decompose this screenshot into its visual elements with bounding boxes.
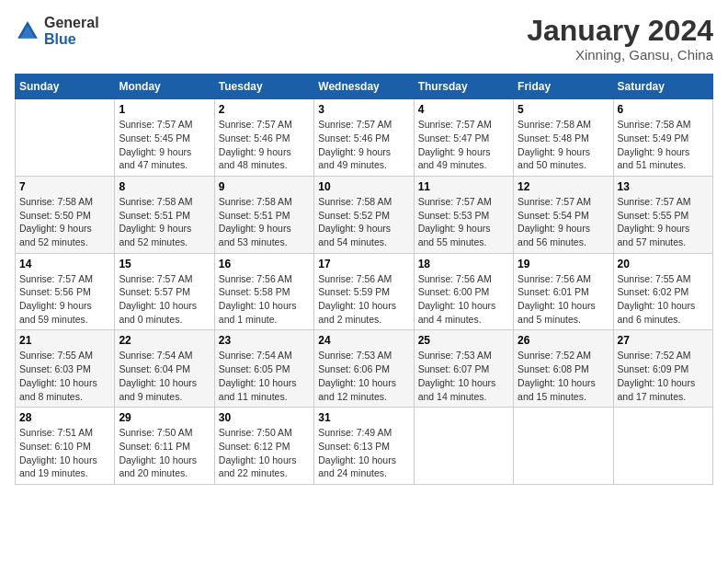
week-row-1: 1Sunrise: 7:57 AMSunset: 5:45 PMDaylight… xyxy=(16,99,713,177)
day-number: 29 xyxy=(119,411,210,424)
calendar-cell: 26Sunrise: 7:52 AMSunset: 6:08 PMDayligh… xyxy=(514,330,613,408)
info-line: Daylight: 9 hours xyxy=(119,223,191,234)
info-line: Daylight: 10 hours xyxy=(19,454,97,465)
info-line: and 53 minutes. xyxy=(219,236,288,247)
calendar-cell: 28Sunrise: 7:51 AMSunset: 6:10 PMDayligh… xyxy=(16,408,115,485)
calendar-cell: 10Sunrise: 7:58 AMSunset: 5:52 PMDayligh… xyxy=(314,176,414,253)
info-line: Sunrise: 7:58 AM xyxy=(518,119,591,130)
info-line: Daylight: 10 hours xyxy=(318,454,396,465)
info-line: Sunrise: 7:58 AM xyxy=(618,119,691,130)
info-line: Sunset: 6:00 PM xyxy=(418,286,490,297)
info-line: Sunrise: 7:54 AM xyxy=(119,350,192,361)
info-line: Sunset: 5:51 PM xyxy=(219,210,290,221)
header-sunday: Sunday xyxy=(16,75,115,99)
info-line: and 50 minutes. xyxy=(518,159,586,170)
day-info: Sunrise: 7:57 AMSunset: 5:47 PMDaylight:… xyxy=(418,118,509,172)
info-line: Sunrise: 7:51 AM xyxy=(19,427,93,438)
day-info: Sunrise: 7:57 AMSunset: 5:46 PMDaylight:… xyxy=(318,118,409,172)
info-line: and 6 minutes. xyxy=(618,314,681,325)
day-number: 24 xyxy=(318,334,409,347)
info-line: Sunset: 5:46 PM xyxy=(318,132,390,144)
calendar-cell: 6Sunrise: 7:58 AMSunset: 5:49 PMDaylight… xyxy=(613,99,712,177)
day-number: 30 xyxy=(219,411,310,424)
info-line: Sunset: 6:01 PM xyxy=(518,286,589,297)
calendar-cell: 22Sunrise: 7:54 AMSunset: 6:04 PMDayligh… xyxy=(115,330,214,408)
day-info: Sunrise: 7:56 AMSunset: 5:58 PMDaylight:… xyxy=(219,272,310,327)
calendar-cell: 20Sunrise: 7:55 AMSunset: 6:02 PMDayligh… xyxy=(613,253,712,330)
day-info: Sunrise: 7:56 AMSunset: 6:01 PMDaylight:… xyxy=(518,272,609,327)
day-number: 23 xyxy=(219,334,310,347)
info-line: Daylight: 9 hours xyxy=(219,146,291,157)
day-number: 8 xyxy=(119,180,210,193)
info-line: Sunrise: 7:55 AM xyxy=(618,273,691,284)
day-number: 11 xyxy=(418,180,509,193)
info-line: Daylight: 10 hours xyxy=(119,454,197,465)
info-line: Daylight: 10 hours xyxy=(318,300,396,311)
info-line: and 12 minutes. xyxy=(318,391,387,402)
week-row-2: 7Sunrise: 7:58 AMSunset: 5:50 PMDaylight… xyxy=(16,176,713,253)
calendar-cell: 24Sunrise: 7:53 AMSunset: 6:06 PMDayligh… xyxy=(314,330,414,408)
info-line: Sunset: 5:48 PM xyxy=(518,132,589,144)
info-line: and 2 minutes. xyxy=(318,314,381,325)
info-line: and 54 minutes. xyxy=(318,236,387,247)
info-line: Sunset: 6:08 PM xyxy=(518,363,589,374)
day-number: 19 xyxy=(518,258,609,270)
info-line: Daylight: 10 hours xyxy=(219,377,297,388)
info-line: and 59 minutes. xyxy=(19,314,88,325)
info-line: Daylight: 10 hours xyxy=(418,300,496,311)
info-line: Sunrise: 7:58 AM xyxy=(119,196,192,207)
calendar-cell: 16Sunrise: 7:56 AMSunset: 5:58 PMDayligh… xyxy=(214,253,313,330)
info-line: Sunset: 6:13 PM xyxy=(318,441,390,452)
header-tuesday: Tuesday xyxy=(214,75,313,99)
info-line: and 22 minutes. xyxy=(219,467,288,478)
calendar-cell: 9Sunrise: 7:58 AMSunset: 5:51 PMDaylight… xyxy=(214,176,313,253)
info-line: Daylight: 9 hours xyxy=(318,223,391,234)
info-line: Daylight: 10 hours xyxy=(418,377,496,388)
info-line: and 5 minutes. xyxy=(518,314,581,325)
day-number: 28 xyxy=(19,411,110,424)
info-line: Daylight: 9 hours xyxy=(219,223,291,234)
info-line: Daylight: 10 hours xyxy=(19,377,97,388)
info-line: and 55 minutes. xyxy=(418,236,487,247)
day-info: Sunrise: 7:58 AMSunset: 5:50 PMDaylight:… xyxy=(19,195,110,249)
info-line: Sunset: 6:03 PM xyxy=(19,363,91,374)
info-line: and 51 minutes. xyxy=(618,159,687,170)
day-number: 22 xyxy=(119,334,210,347)
info-line: Daylight: 9 hours xyxy=(119,146,191,157)
info-line: Sunset: 6:09 PM xyxy=(618,363,689,374)
info-line: and 0 minutes. xyxy=(119,314,182,325)
day-number: 31 xyxy=(318,411,409,424)
info-line: Sunrise: 7:50 AM xyxy=(219,427,292,438)
calendar-cell: 4Sunrise: 7:57 AMSunset: 5:47 PMDaylight… xyxy=(414,99,513,177)
calendar-cell: 17Sunrise: 7:56 AMSunset: 5:59 PMDayligh… xyxy=(314,253,414,330)
title-area: January 2024 Xinning, Gansu, China xyxy=(527,15,713,63)
info-line: and 17 minutes. xyxy=(618,391,687,402)
calendar-cell: 30Sunrise: 7:50 AMSunset: 6:12 PMDayligh… xyxy=(214,408,313,485)
info-line: and 8 minutes. xyxy=(19,391,83,402)
calendar-cell: 25Sunrise: 7:53 AMSunset: 6:07 PMDayligh… xyxy=(414,330,513,408)
info-line: and 47 minutes. xyxy=(119,159,188,170)
info-line: Sunset: 5:58 PM xyxy=(219,286,290,297)
day-info: Sunrise: 7:57 AMSunset: 5:53 PMDaylight:… xyxy=(418,195,509,249)
day-number: 14 xyxy=(19,258,110,270)
day-info: Sunrise: 7:52 AMSunset: 6:08 PMDaylight:… xyxy=(518,349,609,403)
info-line: Sunrise: 7:58 AM xyxy=(19,196,93,207)
info-line: and 24 minutes. xyxy=(318,467,387,478)
info-line: and 49 minutes. xyxy=(418,159,487,170)
info-line: and 48 minutes. xyxy=(219,159,288,170)
info-line: Sunset: 5:47 PM xyxy=(418,132,490,144)
info-line: Sunrise: 7:52 AM xyxy=(518,350,591,361)
info-line: Daylight: 10 hours xyxy=(618,377,696,388)
info-line: Daylight: 10 hours xyxy=(618,300,696,311)
info-line: Sunrise: 7:57 AM xyxy=(19,273,93,284)
info-line: Daylight: 9 hours xyxy=(19,300,92,311)
info-line: Sunrise: 7:56 AM xyxy=(318,273,392,284)
info-line: Daylight: 10 hours xyxy=(219,300,297,311)
info-line: Sunset: 5:52 PM xyxy=(318,210,390,221)
info-line: Sunset: 5:51 PM xyxy=(119,210,190,221)
info-line: and 4 minutes. xyxy=(418,314,482,325)
info-line: Sunset: 5:55 PM xyxy=(618,210,689,221)
info-line: Daylight: 10 hours xyxy=(518,377,596,388)
info-line: Daylight: 10 hours xyxy=(318,377,396,388)
calendar-cell xyxy=(613,408,712,485)
